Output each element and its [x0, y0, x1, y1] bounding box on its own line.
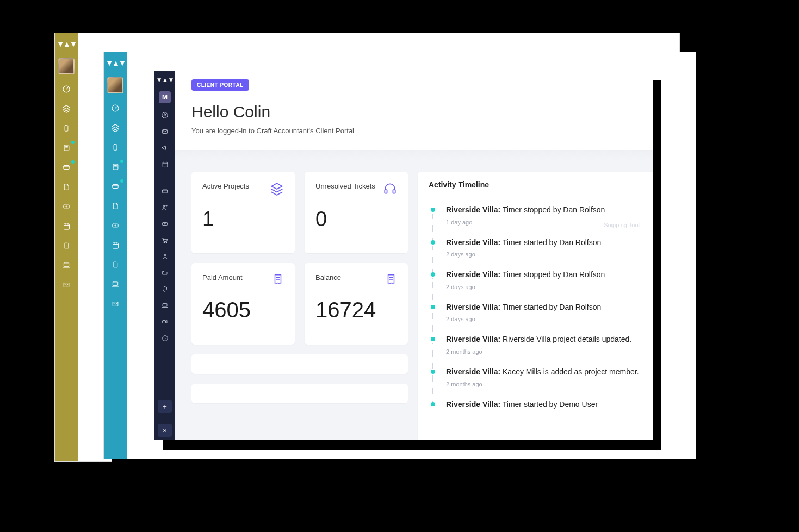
- timeline-time: 2 days ago: [446, 251, 640, 258]
- calendar-icon[interactable]: [61, 221, 71, 231]
- timeline-dot-icon: [431, 305, 435, 309]
- horn-icon[interactable]: [160, 143, 169, 152]
- stat-unresolved-tickets[interactable]: Unresolved Tickets 0: [305, 172, 408, 253]
- calendar-icon[interactable]: [160, 160, 169, 168]
- svg-rect-24: [163, 223, 168, 226]
- logo-icon: ▼▲▼: [57, 40, 76, 48]
- gauge-icon[interactable]: [61, 84, 71, 94]
- timeline-item[interactable]: Riverside Villa: Timer stopped by Dan Ro…: [431, 205, 640, 237]
- placeholder-card-2: [191, 384, 408, 403]
- laptop-icon[interactable]: [160, 301, 169, 310]
- layers-icon[interactable]: [61, 104, 71, 114]
- stats-grid: Active Projects 1 Unresolved Tickets: [191, 172, 408, 440]
- cash-icon[interactable]: [61, 202, 71, 211]
- laptop-icon[interactable]: [110, 279, 120, 289]
- file-icon[interactable]: [61, 182, 71, 192]
- timeline-text: Riverside Villa: Riverside Villa project…: [446, 334, 640, 345]
- video-icon[interactable]: [160, 317, 169, 326]
- person-icon[interactable]: [160, 252, 169, 261]
- timeline-text: Riverside Villa: Kacey Mills is added as…: [446, 367, 640, 378]
- timeline-dot-icon: [431, 370, 435, 374]
- avatar[interactable]: [58, 58, 75, 74]
- mobile-icon[interactable]: [61, 123, 71, 133]
- timeline-project: Riverside Villa:: [446, 205, 500, 214]
- timeline-item[interactable]: Riverside Villa: Kacey Mills is added as…: [431, 367, 640, 399]
- laptop-icon[interactable]: [61, 260, 71, 270]
- timeline-item[interactable]: Riverside Villa: Timer stopped by Dan Ro…: [431, 270, 640, 302]
- svg-rect-12: [113, 185, 119, 189]
- timeline-item[interactable]: Riverside Villa: Timer started by Demo U…: [431, 399, 640, 422]
- workspace-badge[interactable]: M: [159, 91, 171, 103]
- gauge-icon[interactable]: [110, 103, 120, 113]
- svg-rect-15: [113, 243, 118, 248]
- timeline-item[interactable]: Riverside Villa: Riverside Villa project…: [431, 334, 640, 367]
- svg-rect-19: [163, 130, 168, 134]
- svg-rect-7: [64, 263, 69, 266]
- timeline-dot-icon: [431, 240, 435, 245]
- mobile-icon[interactable]: [110, 142, 120, 152]
- timeline-dot-icon: [431, 402, 435, 406]
- timeline-item[interactable]: Riverside Villa: Timer started by Dan Ro…: [431, 302, 640, 335]
- stat-value: 4605: [202, 299, 284, 321]
- stat-value: 1: [202, 209, 284, 229]
- shield-icon[interactable]: [160, 285, 169, 293]
- users-icon[interactable]: [160, 203, 169, 212]
- book-icon[interactable]: [110, 162, 120, 172]
- card-icon[interactable]: [61, 162, 71, 172]
- stat-label: Balance: [315, 273, 341, 283]
- logo-icon: ▼▲▼: [106, 59, 125, 67]
- page-icon[interactable]: [110, 260, 120, 270]
- expand-button[interactable]: »: [158, 424, 172, 437]
- svg-rect-4: [64, 205, 70, 208]
- layers-icon[interactable]: [110, 123, 120, 133]
- timeline-time: 2 days ago: [446, 284, 640, 290]
- timeline-time: 2 days ago: [446, 316, 640, 322]
- card-icon[interactable]: [160, 187, 169, 196]
- stat-active-projects[interactable]: Active Projects 1: [191, 172, 295, 253]
- svg-point-25: [164, 223, 165, 224]
- svg-rect-20: [163, 162, 168, 167]
- cash-icon[interactable]: [160, 220, 169, 228]
- mail-icon[interactable]: [160, 127, 169, 136]
- activity-timeline: Activity Timeline Snipping Tool Riversid…: [418, 172, 653, 440]
- compass-icon[interactable]: [160, 111, 169, 120]
- avatar[interactable]: [107, 77, 123, 93]
- mail-icon[interactable]: [110, 299, 120, 309]
- svg-rect-30: [163, 321, 166, 323]
- dashboard-body: Active Projects 1 Unresolved Tickets: [175, 150, 653, 440]
- cash-icon[interactable]: [110, 221, 120, 230]
- timeline-list: Riverside Villa: Timer stopped by Dan Ro…: [418, 197, 653, 422]
- folder-icon[interactable]: [160, 268, 169, 277]
- sidebar-teal: ▼▲▼: [104, 52, 127, 459]
- placeholder-card-1: [191, 354, 408, 374]
- timeline-detail: Timer started by Dan Rolfson: [500, 303, 601, 311]
- cart-icon[interactable]: [160, 236, 169, 245]
- svg-point-18: [162, 112, 168, 118]
- svg-point-27: [166, 242, 166, 243]
- sidebar-dark: ▼▲▼ M ＋ »: [154, 71, 175, 440]
- timeline-time: 1 day ago: [446, 219, 640, 226]
- svg-rect-3: [64, 166, 70, 170]
- svg-point-22: [163, 205, 165, 208]
- mail-icon[interactable]: [61, 280, 71, 290]
- card-icon[interactable]: [110, 181, 120, 191]
- svg-point-28: [164, 254, 165, 256]
- file-icon[interactable]: [110, 201, 120, 211]
- add-button[interactable]: ＋: [158, 400, 172, 413]
- receipt-icon: [385, 273, 397, 288]
- sidebar-olive: ▼▲▼: [55, 33, 78, 461]
- timeline-text: Riverside Villa: Timer started by Demo U…: [446, 399, 640, 410]
- book-icon[interactable]: [61, 143, 71, 153]
- svg-rect-33: [393, 190, 395, 193]
- stat-balance[interactable]: Balance 16724: [305, 263, 408, 345]
- clock-icon[interactable]: [160, 334, 169, 342]
- stat-paid-amount[interactable]: Paid Amount 4605: [191, 263, 295, 345]
- timeline-project: Riverside Villa:: [446, 335, 500, 343]
- stat-value: 16724: [315, 299, 397, 321]
- page-icon[interactable]: [61, 241, 71, 251]
- calendar-icon[interactable]: [110, 240, 120, 250]
- logo-icon: ▼▲▼: [156, 76, 174, 84]
- timeline-text: Riverside Villa: Timer started by Dan Ro…: [446, 237, 640, 248]
- receipt-icon: [272, 273, 284, 288]
- timeline-item[interactable]: Riverside Villa: Timer started by Dan Ro…: [431, 237, 640, 270]
